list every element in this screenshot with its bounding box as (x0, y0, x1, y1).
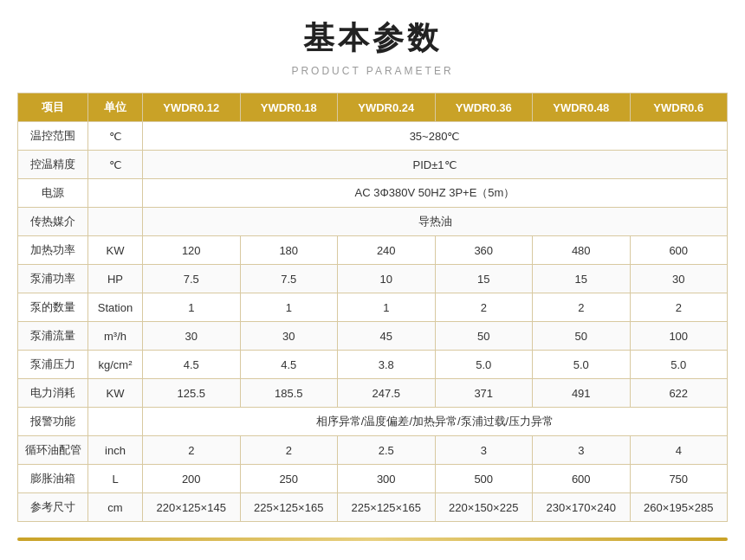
cell-value: 4.5 (143, 351, 241, 379)
cell-unit: KW (88, 236, 143, 265)
cell-value: 50 (533, 322, 631, 351)
cell-item: 泵浦压力 (18, 351, 88, 379)
cell-value: 1 (240, 293, 338, 322)
cell-unit: inch (88, 436, 143, 465)
cell-value: 4.5 (240, 351, 338, 379)
header-col2: YWDR0.18 (240, 93, 338, 122)
cell-value: 200 (143, 465, 241, 493)
cell-value: 2 (435, 293, 533, 322)
cell-unit: ℃ (88, 151, 143, 179)
table-row: 电力消耗KW125.5185.5247.5371491622 (18, 379, 728, 408)
cell-value: 3 (533, 436, 631, 465)
cell-item: 泵浦功率 (18, 265, 88, 293)
cell-value: 185.5 (240, 379, 338, 408)
bottom-bar (17, 537, 728, 541)
cell-unit (88, 208, 143, 236)
header-col5: YWDR0.48 (533, 93, 631, 122)
cell-value: 622 (630, 379, 728, 408)
cell-value: 225×125×165 (338, 493, 436, 522)
cell-value: 491 (533, 379, 631, 408)
page-subtitle: PRODUCT PARAMETER (291, 65, 453, 77)
cell-item: 循环油配管 (18, 436, 88, 465)
cell-value: 45 (338, 322, 436, 351)
cell-value: 180 (240, 236, 338, 265)
cell-value: 5.0 (533, 351, 631, 379)
cell-value: 2 (630, 293, 728, 322)
cell-value: 260×195×285 (630, 493, 728, 522)
cell-unit: kg/cm² (88, 351, 143, 379)
cell-value: 225×125×165 (240, 493, 338, 522)
cell-value: 7.5 (240, 265, 338, 293)
cell-value: 371 (435, 379, 533, 408)
cell-value: 15 (435, 265, 533, 293)
params-table: 项目 单位 YWDR0.12 YWDR0.18 YWDR0.24 YWDR0.3… (17, 93, 728, 522)
cell-merged: 35~280℃ (143, 122, 728, 151)
header-col4: YWDR0.36 (435, 93, 533, 122)
cell-value: 100 (630, 322, 728, 351)
table-row: 泵浦功率HP7.57.510151530 (18, 265, 728, 293)
cell-merged: 导热油 (143, 208, 728, 236)
table-row: 控温精度℃PID±1℃ (18, 151, 728, 179)
cell-item: 加热功率 (18, 236, 88, 265)
table-row: 泵的数量Station111222 (18, 293, 728, 322)
cell-value: 2 (143, 436, 241, 465)
page-title: 基本参数 (303, 17, 442, 60)
header-col6: YWDR0.6 (630, 93, 728, 122)
cell-value: 10 (338, 265, 436, 293)
cell-value: 30 (143, 322, 241, 351)
cell-item: 参考尺寸 (18, 493, 88, 522)
cell-merged: 相序异常/温度偏差/加热异常/泵浦过载/压力异常 (143, 408, 728, 436)
cell-value: 7.5 (143, 265, 241, 293)
cell-value: 300 (338, 465, 436, 493)
cell-item: 泵浦流量 (18, 322, 88, 351)
cell-value: 15 (533, 265, 631, 293)
table-row: 电源AC 3Φ380V 50HZ 3P+E（5m） (18, 179, 728, 208)
header-unit: 单位 (88, 93, 143, 122)
cell-item: 控温精度 (18, 151, 88, 179)
cell-unit: m³/h (88, 322, 143, 351)
cell-unit (88, 408, 143, 436)
cell-unit: L (88, 465, 143, 493)
cell-unit: Station (88, 293, 143, 322)
cell-value: 5.0 (435, 351, 533, 379)
cell-value: 360 (435, 236, 533, 265)
header-col3: YWDR0.24 (338, 93, 436, 122)
cell-value: 2.5 (338, 436, 436, 465)
cell-unit (88, 179, 143, 208)
cell-value: 3.8 (338, 351, 436, 379)
cell-value: 2 (533, 293, 631, 322)
cell-merged: PID±1℃ (143, 151, 728, 179)
cell-value: 30 (630, 265, 728, 293)
table-row: 报警功能相序异常/温度偏差/加热异常/泵浦过载/压力异常 (18, 408, 728, 436)
cell-item: 电源 (18, 179, 88, 208)
table-row: 泵浦压力kg/cm²4.54.53.85.05.05.0 (18, 351, 728, 379)
cell-value: 500 (435, 465, 533, 493)
cell-value: 4 (630, 436, 728, 465)
cell-item: 电力消耗 (18, 379, 88, 408)
table-row: 泵浦流量m³/h3030455050100 (18, 322, 728, 351)
cell-value: 240 (338, 236, 436, 265)
cell-item: 膨胀油箱 (18, 465, 88, 493)
cell-value: 230×170×240 (533, 493, 631, 522)
table-row: 温控范围℃35~280℃ (18, 122, 728, 151)
cell-unit: ℃ (88, 122, 143, 151)
header-item: 项目 (18, 93, 88, 122)
cell-unit: HP (88, 265, 143, 293)
table-row: 传热媒介导热油 (18, 208, 728, 236)
table-row: 循环油配管inch222.5334 (18, 436, 728, 465)
cell-value: 30 (240, 322, 338, 351)
cell-merged: AC 3Φ380V 50HZ 3P+E（5m） (143, 179, 728, 208)
cell-value: 250 (240, 465, 338, 493)
cell-value: 600 (533, 465, 631, 493)
cell-value: 247.5 (338, 379, 436, 408)
table-row: 膨胀油箱L200250300500600750 (18, 465, 728, 493)
cell-item: 传热媒介 (18, 208, 88, 236)
cell-value: 220×125×145 (143, 493, 241, 522)
cell-value: 480 (533, 236, 631, 265)
cell-value: 125.5 (143, 379, 241, 408)
cell-item: 报警功能 (18, 408, 88, 436)
cell-value: 3 (435, 436, 533, 465)
cell-item: 泵的数量 (18, 293, 88, 322)
cell-value: 1 (143, 293, 241, 322)
cell-value: 750 (630, 465, 728, 493)
